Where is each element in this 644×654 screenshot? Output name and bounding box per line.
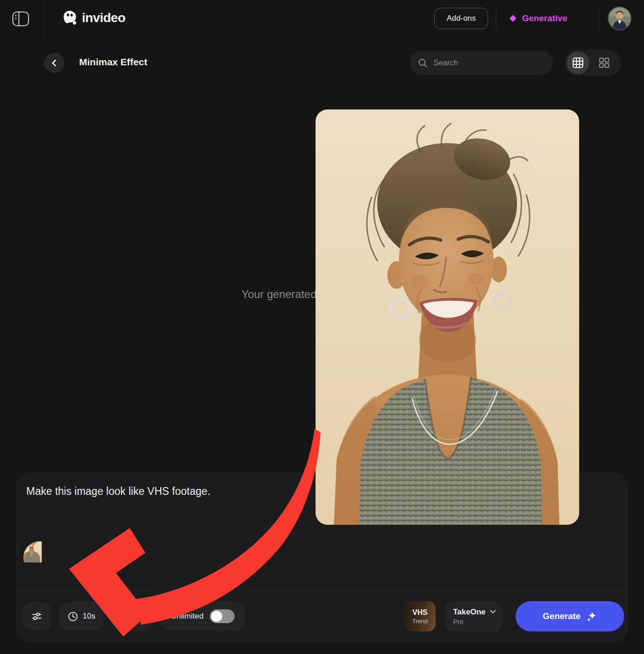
generative-label: Generative xyxy=(522,13,567,23)
chevron-down-icon xyxy=(490,610,496,614)
magnifier-icon xyxy=(418,58,428,68)
app-logo[interactable]: invideo xyxy=(61,9,126,26)
input-image-preview[interactable] xyxy=(316,109,579,525)
header-divider xyxy=(598,7,599,29)
sidebar-toggle-button[interactable] xyxy=(10,9,31,29)
sparkles-icon xyxy=(586,611,597,622)
settings-button[interactable] xyxy=(23,602,51,631)
attached-image xyxy=(23,541,56,574)
model-selector[interactable]: TakeOne Pro xyxy=(445,601,503,631)
prompt-text[interactable]: Make this image look like VHS footage. xyxy=(26,485,210,498)
unlimited-toggle[interactable] xyxy=(210,609,235,623)
model-tier: Pro xyxy=(453,618,503,625)
portrait-photo xyxy=(316,109,579,525)
view-toggle-group xyxy=(565,50,621,76)
style-badge-vhs-trend[interactable]: VHS Trend xyxy=(404,601,436,631)
grid-2x2-icon xyxy=(598,57,610,69)
panel-divider xyxy=(17,590,627,591)
generate-button[interactable]: Generate xyxy=(516,601,624,631)
attached-image-thumbnail[interactable] xyxy=(23,541,56,574)
unlimited-label: Unlimited xyxy=(171,612,204,621)
dashboard-view-button[interactable] xyxy=(593,52,615,74)
layers-icon xyxy=(121,611,131,622)
search-input[interactable] xyxy=(433,58,535,68)
batch-count-selector[interactable]: x1 xyxy=(111,602,153,631)
add-ons-button[interactable]: Add-ons xyxy=(434,8,488,29)
add-ons-label: Add-ons xyxy=(447,14,476,23)
toggle-knob xyxy=(211,611,222,622)
user-avatar-image xyxy=(609,7,631,29)
batch-label: x1 xyxy=(136,612,144,621)
unlimited-option[interactable]: Unlimited xyxy=(161,602,245,631)
sidebar-panel-icon xyxy=(12,11,29,27)
clock-icon xyxy=(68,611,78,622)
user-avatar[interactable] xyxy=(608,6,632,30)
search-box[interactable] xyxy=(409,51,553,75)
chevron-left-icon xyxy=(50,59,58,67)
diamond-icon xyxy=(509,14,517,23)
back-button[interactable] xyxy=(44,53,64,73)
ghost-icon xyxy=(61,9,78,26)
generative-nav-item[interactable]: Generative xyxy=(509,8,567,29)
page-title: Minimax Effect xyxy=(79,57,147,68)
header-divider xyxy=(496,7,496,29)
duration-label: 10s xyxy=(83,612,95,621)
duration-selector[interactable]: 10s xyxy=(59,602,104,631)
grid-view-button[interactable] xyxy=(567,52,589,74)
logo-text: invideo xyxy=(82,11,126,25)
style-title: VHS xyxy=(413,608,428,617)
style-subtitle: Trend xyxy=(412,618,427,625)
sliders-icon xyxy=(31,611,42,622)
generate-label: Generate xyxy=(543,611,581,621)
grid-3x3-icon xyxy=(572,57,584,69)
model-name: TakeOne xyxy=(453,608,486,617)
header-divider xyxy=(43,0,44,38)
